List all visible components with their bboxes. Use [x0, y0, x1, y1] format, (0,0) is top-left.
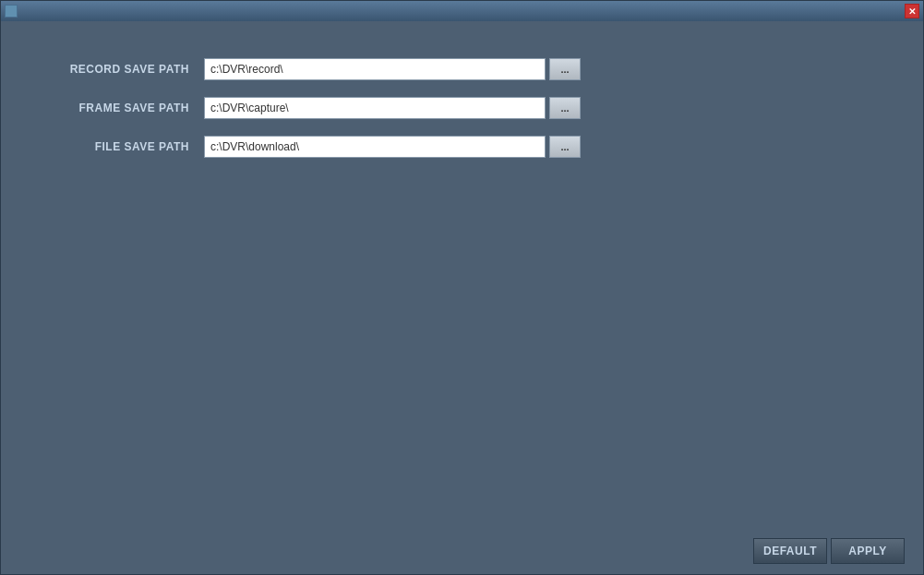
close-icon: ✕: [908, 6, 916, 17]
bottom-bar: DEFAULT APPLY: [1, 528, 923, 574]
file-save-path-label: FILE SAVE PATH: [56, 140, 204, 153]
frame-browse-button[interactable]: ...: [549, 97, 581, 119]
frame-save-path-input[interactable]: [204, 97, 546, 119]
file-path-row: FILE SAVE PATH ...: [56, 136, 868, 158]
record-path-row: RECORD SAVE PATH ...: [56, 58, 868, 80]
frame-path-row: FRAME SAVE PATH ...: [56, 97, 868, 119]
default-button[interactable]: DEFAULT: [753, 538, 827, 564]
apply-button[interactable]: APPLY: [831, 538, 905, 564]
title-bar-icon: [5, 5, 18, 18]
record-browse-button[interactable]: ...: [549, 58, 581, 80]
content-area: RECORD SAVE PATH ... FRAME SAVE PATH ...…: [1, 21, 923, 528]
main-window: ✕ RECORD SAVE PATH ... FRAME SAVE PATH .…: [0, 0, 924, 575]
title-bar: ✕: [1, 1, 923, 21]
close-button[interactable]: ✕: [905, 4, 919, 18]
record-save-path-label: RECORD SAVE PATH: [56, 63, 204, 76]
file-browse-button[interactable]: ...: [549, 136, 581, 158]
file-save-path-input[interactable]: [204, 136, 546, 158]
frame-save-path-label: FRAME SAVE PATH: [56, 102, 204, 114]
record-save-path-input[interactable]: [204, 58, 546, 80]
